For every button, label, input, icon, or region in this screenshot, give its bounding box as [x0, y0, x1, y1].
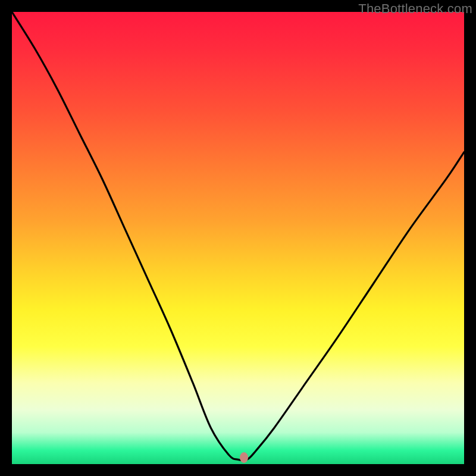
bottleneck-curve	[12, 12, 464, 464]
watermark-text: TheBottleneck.com	[358, 1, 472, 17]
chart-frame: TheBottleneck.com	[0, 0, 476, 476]
optimal-point-marker	[240, 452, 248, 463]
plot-area	[12, 12, 464, 464]
